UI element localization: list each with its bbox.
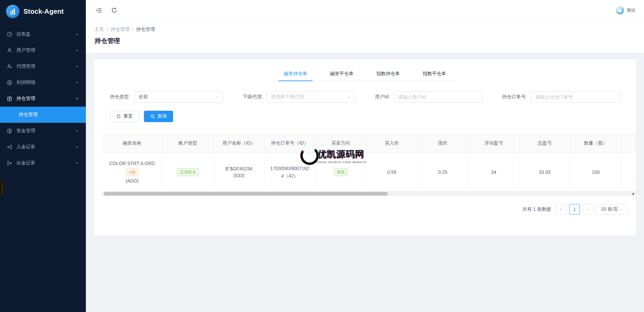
- content-card: 融资持仓单 融资平仓单 指数持仓单 指数平仓单 持仓类型: 全部 下级代理:: [94, 59, 636, 236]
- pagination-total: 共有 1 条数据: [522, 206, 551, 212]
- sidebar-collapse-button[interactable]: [95, 6, 103, 14]
- sidebar-item-funds[interactable]: 资金管理: [0, 123, 86, 139]
- select-value: 全部: [139, 94, 215, 100]
- sidebar-item-label: 用户管理: [16, 47, 75, 53]
- horizontal-scrollbar[interactable]: [102, 192, 636, 196]
- col-float-pl: 浮动盈亏: [468, 134, 519, 153]
- positions-table-container: 融资名称 账户类型 用户名称（ID） 持仓订单号（ID） 买卖方向 买入价 现价…: [102, 134, 636, 192]
- cell-account-type: 正式持仓: [162, 153, 213, 192]
- sidebar-menu: 仪表盘 用户管理 代理管理 利润明细: [0, 26, 86, 171]
- profit-icon: [7, 80, 12, 86]
- deposit-icon: [7, 144, 12, 150]
- breadcrumb-separator: /: [132, 27, 133, 32]
- search-label: 查询: [157, 113, 167, 119]
- sidebar-item-label: 仪表盘: [16, 31, 75, 37]
- col-quantity: 数量（股）: [570, 134, 621, 153]
- page-size-value: 10 条/页: [601, 206, 618, 212]
- filter-user-id: 用户Id:: [375, 91, 483, 103]
- cell-quantity: 100: [570, 153, 621, 192]
- cell-order-no: 1703058390071624（42）: [264, 153, 315, 192]
- chevron-right-icon: [586, 207, 590, 211]
- filter-label: 持仓类型:: [110, 94, 130, 100]
- sidebar-item-label: 入金记录: [16, 144, 75, 150]
- sub-agent-select[interactable]: 请选择下级代理: [267, 91, 356, 103]
- sidebar-subitem-positions-active[interactable]: 持仓管理: [0, 107, 86, 123]
- chevron-down-icon: [347, 95, 351, 99]
- col-order-no: 持仓订单号（ID）: [264, 134, 315, 153]
- table-header-row: 融资名称 账户类型 用户名称（ID） 持仓订单号（ID） 买卖方向 买入价 现价…: [102, 134, 636, 153]
- positions-table: 融资名称 账户类型 用户名称（ID） 持仓订单号（ID） 买卖方向 买入价 现价…: [102, 134, 636, 192]
- scrollbar-thumb[interactable]: [104, 192, 387, 196]
- cell-direction: 买跌: [315, 153, 366, 192]
- page-number-button[interactable]: 1: [569, 204, 580, 215]
- pagination: 共有 1 条数据 1 10 条/页: [94, 196, 636, 215]
- col-total-pl: 总盈亏: [519, 134, 570, 153]
- chevron-down-icon: [75, 64, 79, 68]
- page-size-select[interactable]: 10 条/页: [596, 204, 628, 215]
- app-logo-icon: [6, 5, 19, 18]
- refresh-button[interactable]: [110, 6, 118, 14]
- cell-buy-price: 0.59: [366, 153, 417, 192]
- col-clipped: [621, 134, 636, 153]
- withdraw-icon: [7, 160, 12, 166]
- filter-label: 下级代理:: [243, 94, 263, 100]
- sidebar-item-label: 出金记录: [16, 160, 75, 166]
- breadcrumb-separator: /: [107, 27, 108, 32]
- dashboard-icon: [7, 32, 12, 37]
- user-menu[interactable]: 测试: [616, 6, 635, 14]
- market-badge: A股: [126, 168, 139, 176]
- sidebar-item-withdrawals[interactable]: 出金记录: [0, 155, 86, 171]
- user-avatar: [616, 6, 624, 14]
- scroll-right-arrow[interactable]: [631, 192, 636, 196]
- table-row: COLOR STRT A ORD A股 (ADD) 正式持仓 $^$GF: [102, 153, 636, 192]
- tab-index-closed[interactable]: 指数平仓单: [423, 67, 446, 81]
- user-icon: [7, 48, 12, 53]
- page-title: 持仓管理: [95, 37, 635, 45]
- prev-page-button[interactable]: [556, 204, 567, 215]
- sidebar-item-users[interactable]: 用户管理: [0, 42, 86, 58]
- col-user-name: 用户名称（ID）: [213, 134, 264, 153]
- order-no-input[interactable]: [531, 91, 620, 103]
- tab-bar: 融资持仓单 融资平仓单 指数持仓单 指数平仓单: [272, 67, 458, 81]
- next-page-button[interactable]: [583, 204, 593, 215]
- breadcrumb-panel: 主页 / 持仓管理 / 持仓管理 持仓管理: [86, 21, 644, 53]
- cell-clipped: [621, 153, 636, 192]
- floating-side-widget[interactable]: [0, 180, 4, 195]
- sidebar-item-agents[interactable]: 代理管理: [0, 58, 86, 74]
- order-no-text: 1703058390071624（42）: [265, 165, 315, 180]
- tab-finance-open[interactable]: 融资持仓单: [284, 67, 307, 81]
- filter-position-type: 持仓类型: 全部: [110, 91, 223, 103]
- cell-total-pl: 33.93: [519, 153, 570, 192]
- app-title: Stock-Agent: [23, 8, 64, 15]
- col-buy-price: 买入价: [366, 134, 417, 153]
- breadcrumb-current: 持仓管理: [136, 27, 155, 33]
- user-id-text: (533): [233, 173, 245, 178]
- direction-badge: 买跌: [334, 168, 348, 176]
- agent-icon: [7, 64, 12, 69]
- search-button[interactable]: 查询: [144, 111, 173, 122]
- refresh-icon: [111, 7, 117, 13]
- tab-finance-closed[interactable]: 融资平仓单: [330, 67, 354, 81]
- sidebar-item-label: 代理管理: [16, 63, 75, 69]
- position-type-select[interactable]: 全部: [134, 91, 223, 103]
- sidebar-item-label: 利润明细: [16, 80, 75, 86]
- breadcrumb-section[interactable]: 持仓管理: [111, 27, 129, 33]
- chevron-down-icon: [75, 145, 79, 149]
- reset-button[interactable]: 重置: [110, 111, 139, 122]
- sidebar-item-label: 资金管理: [16, 128, 75, 134]
- cell-current-price: 0.25: [417, 153, 468, 192]
- app-logo: Stock-Agent: [0, 0, 86, 23]
- sidebar-item-dashboard[interactable]: 仪表盘: [0, 26, 86, 42]
- col-account-type: 账户类型: [162, 134, 213, 153]
- chevron-down-icon: [75, 48, 79, 52]
- sidebar-item-profit[interactable]: 利润明细: [0, 74, 86, 91]
- search-icon: [150, 114, 155, 119]
- tab-index-open[interactable]: 指数持仓单: [376, 67, 400, 81]
- fold-icon: [95, 7, 102, 13]
- sidebar-item-deposits[interactable]: 入金记录: [0, 139, 86, 155]
- user-id-input[interactable]: [394, 91, 483, 103]
- breadcrumb: 主页 / 持仓管理 / 持仓管理: [95, 27, 635, 33]
- sidebar-item-positions[interactable]: 持仓管理: [0, 91, 86, 107]
- select-placeholder: 请选择下级代理: [271, 94, 347, 100]
- breadcrumb-home[interactable]: 主页: [95, 27, 104, 33]
